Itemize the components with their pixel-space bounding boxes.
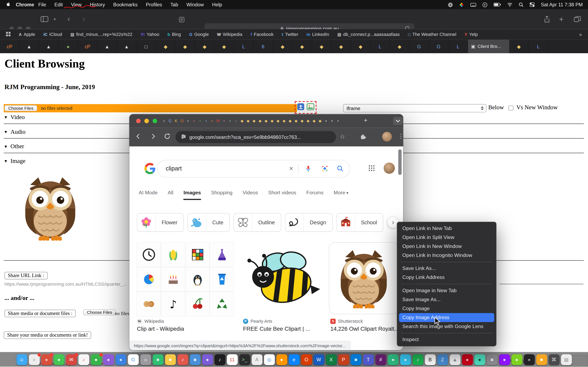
context-menu-item-copy-link-address[interactable]: Copy Link Address	[399, 273, 494, 282]
pinned-tab[interactable]: ◆	[312, 40, 332, 53]
bookmark-star-icon[interactable]: ☆	[340, 133, 345, 140]
page-settings-icon[interactable]	[179, 17, 185, 24]
pinned-tab[interactable]: ◆	[273, 40, 293, 53]
pinned-tab[interactable]: ◆	[156, 40, 176, 53]
result-source[interactable]: P Pearly Arts	[243, 319, 272, 324]
pinned-tab[interactable]: □	[137, 40, 156, 53]
results-nav-tab[interactable]: All	[168, 190, 173, 200]
voice-search-icon[interactable]	[305, 165, 311, 173]
section-image[interactable]: ▼Image	[4, 158, 25, 164]
pinned-tab[interactable]: 6	[254, 40, 273, 53]
dock-icon[interactable]: B	[425, 354, 435, 365]
clear-search-icon[interactable]: ×	[289, 164, 293, 173]
pinned-tab[interactable]: L	[234, 40, 254, 53]
favorites-bar-item[interactable]: ▤ db_connect.p...aaasaaafaas	[337, 32, 399, 37]
photos-icon[interactable]	[459, 2, 465, 7]
pinned-tab[interactable]: G	[410, 40, 429, 53]
dock-icon[interactable]: T	[363, 354, 374, 365]
new-tab-icon[interactable]: +	[364, 117, 367, 124]
new-tab-icon[interactable]: +	[559, 15, 563, 24]
favorites-bar-item[interactable]: Y Yelp	[465, 32, 478, 37]
menu-app-name[interactable]: Chrome	[16, 2, 34, 8]
mini-tab-favicon[interactable]: ▪	[186, 118, 190, 124]
context-menu-item-open-link-new-tab[interactable]: Open Link in New Tab	[399, 224, 494, 233]
vs-new-window-checkbox[interactable]	[509, 106, 513, 110]
mini-tab-favicon[interactable]: ◆	[276, 118, 281, 124]
dock-icon[interactable]: ●	[400, 354, 411, 365]
popup-address-bar[interactable]: google.com/search?sca_esv=5e9bb948607cc7…	[176, 131, 336, 143]
control-center-icon[interactable]	[530, 2, 535, 7]
dock-icon[interactable]: ♪	[177, 354, 188, 365]
context-menu-item-open-link-incognito[interactable]: Open Link in Incognito Window	[399, 251, 494, 260]
dock-icon[interactable]: ♪	[214, 354, 225, 365]
favorites-bar-item[interactable]: ▤ find_minus....rep+%22s%22	[70, 32, 132, 37]
mini-tab-favicon[interactable]: ◆	[264, 118, 268, 124]
context-menu-item-search-google-lens[interactable]: Search this image with Google Lens	[399, 322, 494, 331]
mini-tab-favicon[interactable]: ○	[162, 118, 167, 124]
pinned-tab[interactable]: ◆	[215, 40, 234, 53]
result-source[interactable]: W Wikipedia	[137, 319, 164, 324]
chip-school[interactable]: School	[336, 213, 383, 232]
mini-tab-favicon[interactable]: ▪	[192, 118, 197, 124]
mini-tab-favicon[interactable]: ◆	[318, 118, 323, 124]
results-nav-tab[interactable]: Videos	[242, 190, 258, 200]
context-menu-item-copy-image[interactable]: Copy Image	[399, 304, 494, 313]
mini-tab-favicon[interactable]: ◆	[300, 118, 305, 124]
share-media-label[interactable]: Share media or document files :	[4, 310, 76, 317]
dock-icon[interactable]: ▲	[449, 354, 460, 365]
favorites-bar-item[interactable]: W Wikipedia	[217, 32, 242, 37]
dock-icon[interactable]: ♪	[412, 354, 423, 365]
mini-tab-favicon[interactable]: ▪	[228, 118, 233, 124]
mini-tab-favicon[interactable]: ▪	[324, 118, 329, 124]
chrome-menu-icon[interactable]: ⋮	[398, 133, 404, 140]
pinned-tab[interactable]: ◆	[195, 40, 215, 53]
pinned-tab[interactable]: cP	[0, 40, 20, 53]
choose-files-button[interactable]: Choose Files	[4, 105, 37, 111]
dock-icon[interactable]: ■	[165, 354, 176, 365]
mini-tab-favicon[interactable]: ●	[233, 118, 238, 124]
dock-icon[interactable]: e	[288, 354, 299, 365]
pinned-tab[interactable]: ◆	[332, 40, 351, 53]
dock-icon[interactable]: ■	[536, 354, 547, 365]
favorites-bar-item[interactable]: t Twitter	[282, 32, 298, 37]
dock-icon[interactable]: ■	[350, 354, 361, 365]
pinned-tab[interactable]: L	[449, 40, 468, 53]
pinned-tab[interactable]: ◆	[293, 40, 312, 53]
section-other[interactable]: ▼Other	[4, 143, 24, 150]
dock-icon[interactable]: >_	[239, 354, 250, 365]
favorites-bar-item[interactable]: in LinkedIn	[307, 32, 329, 37]
mini-tab-favicon[interactable]: ◆	[270, 118, 275, 124]
minimize-window-button[interactable]	[144, 119, 149, 123]
mini-tab-favicon[interactable]: ◆	[288, 118, 293, 124]
result-title[interactable]: FREE Cute Bee Clipart | ...	[243, 325, 324, 332]
keyboard-icon[interactable]	[470, 2, 476, 7]
results-nav-tab[interactable]: Short videos	[268, 190, 296, 200]
context-menu-item-copy-image-address[interactable]: Copy Image Address	[399, 313, 494, 322]
target-select[interactable]: Iframe	[343, 104, 486, 112]
share-url-input[interactable]	[4, 282, 128, 287]
context-menu-item-inspect[interactable]: Inspect	[399, 335, 494, 344]
mini-tab-favicon[interactable]: ▪	[222, 118, 227, 124]
dock-icon[interactable]: ♪	[78, 354, 89, 365]
mini-tab-favicon[interactable]: ◆	[251, 118, 256, 124]
extensions-icon[interactable]	[360, 134, 366, 142]
play-icon[interactable]	[482, 2, 488, 7]
pinned-tab[interactable]: ▲	[39, 40, 59, 53]
share-url-input-line[interactable]	[500, 284, 584, 284]
dock-icon[interactable]: ○	[29, 354, 40, 365]
dock-icon[interactable]: ●	[115, 354, 126, 365]
mini-tab-favicon[interactable]: ▪	[210, 118, 215, 124]
favorites-bar-item[interactable]: iC iCloud	[43, 32, 62, 37]
pinned-tab[interactable]: ▲	[20, 40, 39, 53]
dock-icon[interactable]: W	[313, 354, 324, 365]
favorites-bar-item[interactable]: G Google	[189, 32, 209, 37]
results-nav-tab[interactable]: AI Mode	[139, 190, 158, 200]
dock-icon[interactable]: ●	[524, 354, 535, 365]
menu-bar-clock[interactable]: Sat Apr 11 7:38 PM	[541, 2, 583, 8]
favorites-bar-item[interactable]: Y! Yahoo	[141, 32, 159, 37]
image-file-icon[interactable]	[306, 103, 315, 112]
reload-button[interactable]	[164, 133, 171, 141]
result-image-wikipedia[interactable]: ♪	[137, 243, 233, 316]
pinned-tab[interactable]: ▲	[98, 40, 117, 53]
mini-tab-favicon[interactable]: ▪	[204, 118, 208, 124]
